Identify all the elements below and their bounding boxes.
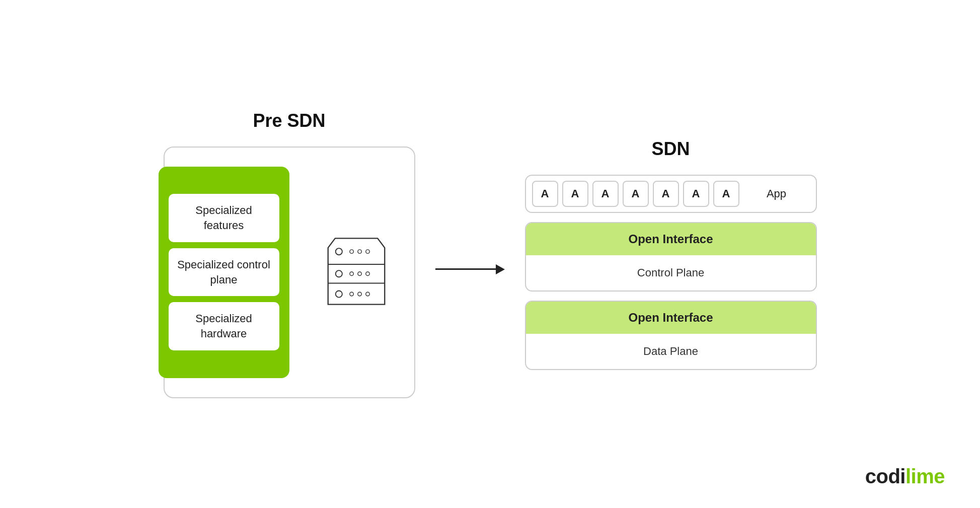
sdn-title: SDN <box>651 138 690 160</box>
app-cell-6: A <box>683 181 709 207</box>
arrow-head <box>496 264 505 274</box>
specialized-hardware-label: Specialized hardware <box>195 312 252 340</box>
svg-point-3 <box>349 249 353 253</box>
app-cell-3: A <box>592 181 619 207</box>
control-plane-header: Open Interface <box>526 223 816 255</box>
specialized-features-label: Specialized features <box>195 204 252 232</box>
app-row: A A A A A A A App <box>525 175 817 213</box>
arrow <box>435 264 505 274</box>
specialized-hardware-box: Specialized hardware <box>169 302 279 350</box>
logo-lime: lime <box>906 465 945 487</box>
codilime-logo: codilime <box>865 465 945 488</box>
svg-point-7 <box>349 271 353 275</box>
specialized-features-box: Specialized features <box>169 194 279 242</box>
svg-point-5 <box>365 249 369 253</box>
specialized-control-plane-label: Specialized control plane <box>177 258 270 286</box>
svg-point-8 <box>357 271 361 275</box>
pre-sdn-section: Pre SDN <box>164 110 415 398</box>
main-diagram: Pre SDN <box>0 0 980 508</box>
svg-point-12 <box>357 292 361 296</box>
svg-point-6 <box>335 270 342 277</box>
app-cell-4: A <box>623 181 649 207</box>
app-cell-7: A <box>713 181 739 207</box>
app-label: App <box>743 187 810 200</box>
app-cell-1: A <box>532 181 558 207</box>
data-plane-body: Data Plane <box>526 334 816 369</box>
arrow-section <box>415 264 525 274</box>
arrow-shaft <box>435 268 496 270</box>
control-plane-body: Control Plane <box>526 255 816 291</box>
sdn-content: A A A A A A A App Open Interface Control… <box>525 175 817 370</box>
sdn-section: SDN A A A A A A A App Open Interface Con… <box>525 138 817 370</box>
control-plane-card: Open Interface Control Plane <box>525 222 817 292</box>
svg-point-13 <box>365 292 369 296</box>
svg-point-2 <box>335 248 342 255</box>
app-cell-2: A <box>562 181 588 207</box>
data-plane-card: Open Interface Data Plane <box>525 301 817 370</box>
server-icon <box>324 234 389 309</box>
svg-point-10 <box>335 291 342 297</box>
logo-codi: codi <box>865 465 906 487</box>
app-cell-5: A <box>653 181 679 207</box>
svg-point-4 <box>357 249 361 253</box>
specialized-control-plane-box: Specialized control plane <box>169 248 279 296</box>
pre-sdn-green-block: Specialized features Specialized control… <box>159 167 289 378</box>
pre-sdn-title: Pre SDN <box>253 110 325 131</box>
pre-sdn-content: Specialized features Specialized control… <box>164 147 415 398</box>
svg-point-11 <box>349 292 353 296</box>
svg-point-9 <box>365 271 369 275</box>
server-icon-wrapper <box>324 234 389 311</box>
data-plane-header: Open Interface <box>526 302 816 334</box>
